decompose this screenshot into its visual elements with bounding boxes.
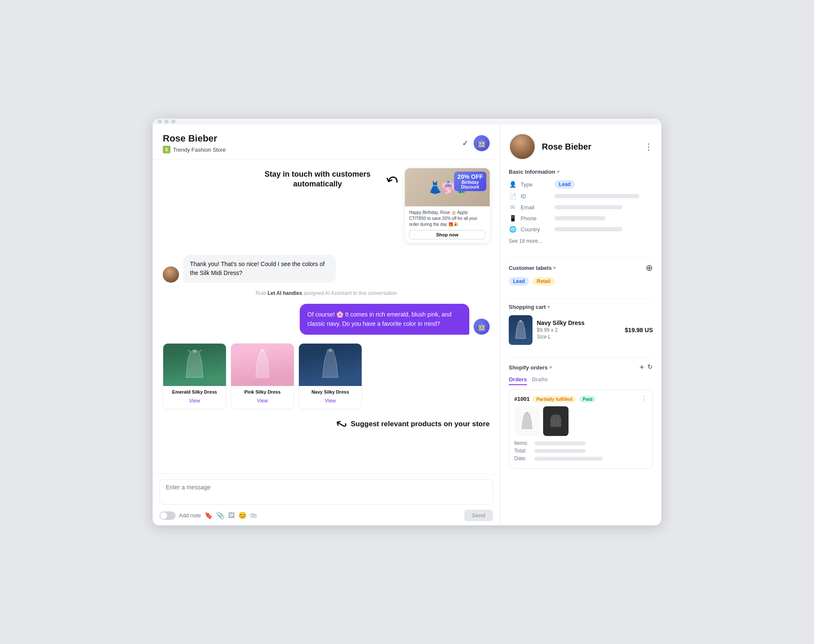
globe-icon: 🌐 bbox=[509, 226, 516, 233]
window-dot-1 bbox=[158, 119, 162, 124]
promo-card-text: Happy Birthday, Rose 🎂 Apply CTITB50 to … bbox=[409, 210, 485, 228]
add-note-toggle[interactable] bbox=[159, 511, 176, 520]
basic-info-section: Basic Information ▾ 👤 Type Lead 📄 ID ✉ E… bbox=[509, 169, 653, 244]
total-value-bar bbox=[535, 449, 585, 453]
contact-avatar bbox=[509, 133, 536, 160]
cart-title[interactable]: Shopping cart ▾ bbox=[509, 304, 653, 310]
label-retail[interactable]: Retail bbox=[532, 277, 555, 286]
cart-item-price-qty: $9.99 x 2 bbox=[537, 327, 621, 333]
dress-pink-svg bbox=[252, 348, 273, 382]
promo-badge-line2: Birthday bbox=[462, 180, 479, 185]
product-card-pink: Pink Silky Dress View bbox=[231, 343, 294, 409]
paperclip-icon[interactable]: 📎 bbox=[216, 511, 225, 519]
product-view-link-emerald[interactable]: View bbox=[167, 397, 222, 405]
product-image-emerald bbox=[163, 344, 226, 386]
orders-title[interactable]: Shopify orders ▾ bbox=[509, 364, 552, 371]
order-item-1001: #1001 Partially fulfilled Paid ⋮ bbox=[509, 389, 653, 469]
phone-label: Phone bbox=[521, 215, 550, 222]
person-icon: 👤 bbox=[509, 181, 516, 188]
order-meta-items: Items: bbox=[514, 440, 647, 446]
window-dot-2 bbox=[164, 119, 169, 124]
info-row-phone: 📱 Phone bbox=[509, 215, 653, 222]
add-order-button[interactable]: + bbox=[639, 363, 644, 372]
promo-badge-line3: Discount bbox=[461, 185, 479, 189]
ai-message-row: Of course! 🌸 It comes in rich emerald, b… bbox=[163, 304, 490, 335]
shopping-cart-section: Shopping cart ▾ Navy Silky Dress $9.99 bbox=[509, 304, 653, 345]
chat-messages: Stay in touch with customers automatical… bbox=[153, 160, 500, 474]
orders-actions: + ↻ bbox=[639, 363, 653, 372]
chat-header-actions: ✓ 🤖 bbox=[462, 135, 490, 151]
white-dress-svg bbox=[521, 412, 533, 430]
shop-now-button[interactable]: Shop now bbox=[409, 230, 485, 239]
suggest-annotation: ↩ Suggest relevant products on your stor… bbox=[163, 416, 490, 432]
product-card-navy: Navy Silky Dress View bbox=[298, 343, 362, 409]
shopify-small-icon[interactable]: 🛍 bbox=[250, 512, 257, 519]
product-image-navy bbox=[299, 344, 362, 386]
country-value-bar bbox=[555, 227, 622, 231]
items-value-bar bbox=[535, 441, 585, 445]
id-icon: 📄 bbox=[509, 193, 516, 200]
cart-item-size: Size L bbox=[537, 334, 621, 340]
chat-input-toolbar: Add note 🔖 📎 🖼 😊 🛍 Send bbox=[159, 510, 493, 521]
chat-header: Rose Bieber S Trendy Fashion Store ✓ 🤖 bbox=[153, 125, 500, 160]
items-label: Items: bbox=[514, 440, 531, 446]
bookmark-icon[interactable]: 🔖 bbox=[204, 511, 213, 519]
product-name-navy: Navy Silky Dress bbox=[303, 389, 357, 394]
orders-header: Shopify orders ▾ + ↻ bbox=[509, 363, 653, 372]
product-view-link-navy[interactable]: View bbox=[303, 397, 357, 405]
app-window: Rose Bieber S Trendy Fashion Store ✓ 🤖 bbox=[153, 119, 661, 525]
order-status-paid: Paid bbox=[579, 396, 596, 402]
product-view-link-pink[interactable]: View bbox=[235, 397, 290, 405]
message-input[interactable] bbox=[159, 479, 493, 505]
promo-card-image: 👗👘🥻 20% OFF Birthday Discount bbox=[405, 168, 490, 206]
order-more-button[interactable]: ⋮ bbox=[641, 395, 647, 403]
labels-header: Customer labels ▾ ⊕ bbox=[509, 263, 653, 273]
send-button[interactable]: Send bbox=[464, 510, 493, 521]
orders-title-text: Shopify orders bbox=[509, 364, 548, 371]
product-card-body-emerald: Emerald Silky Dress View bbox=[163, 386, 226, 409]
promo-card-body: Happy Birthday, Rose 🎂 Apply CTITB50 to … bbox=[405, 206, 490, 243]
emoji-icon[interactable]: 😊 bbox=[238, 511, 247, 519]
tab-orders[interactable]: Orders bbox=[509, 376, 527, 385]
dress-green-svg bbox=[184, 348, 205, 382]
more-menu-button[interactable]: ⋮ bbox=[644, 142, 653, 152]
phone-value-bar bbox=[555, 216, 605, 220]
basic-info-chevron: ▾ bbox=[557, 169, 560, 175]
see-more-link[interactable]: See 18 more... bbox=[509, 238, 542, 244]
id-value-bar bbox=[555, 194, 639, 198]
label-lead[interactable]: Lead bbox=[509, 277, 529, 286]
svg-point-5 bbox=[519, 320, 522, 322]
orders-chevron: ▾ bbox=[549, 365, 552, 370]
tab-drafts[interactable]: Drafts bbox=[532, 376, 548, 385]
order-number: #1001 bbox=[514, 396, 530, 402]
order-image-white-dress bbox=[514, 406, 540, 436]
info-row-email: ✉ Email bbox=[509, 204, 653, 211]
basic-info-title-text: Basic Information bbox=[509, 169, 555, 175]
country-label: Country bbox=[521, 226, 550, 233]
contact-avatar-image bbox=[510, 134, 535, 159]
promo-badge: 20% OFF Birthday Discount bbox=[454, 172, 486, 191]
cart-title-text: Shopping cart bbox=[509, 304, 546, 310]
annotation-arrow-1: ↷ bbox=[383, 171, 401, 192]
main-area: Rose Bieber S Trendy Fashion Store ✓ 🤖 bbox=[153, 125, 661, 525]
cart-qty-val: 2 bbox=[555, 327, 558, 333]
labels-title-text: Customer labels bbox=[509, 265, 552, 271]
date-label: Date: bbox=[514, 455, 531, 461]
chat-header-left: Rose Bieber S Trendy Fashion Store bbox=[163, 133, 226, 153]
orders-section: Shopify orders ▾ + ↻ Orders Drafts #1001 bbox=[509, 363, 653, 469]
bot-avatar-header[interactable]: 🤖 bbox=[474, 135, 490, 151]
add-label-button[interactable]: ⊕ bbox=[646, 263, 653, 273]
annotation-stay-in-touch: Stay in touch with customers automatical… bbox=[250, 169, 385, 189]
image-icon[interactable]: 🖼 bbox=[228, 512, 235, 519]
type-label: Type bbox=[521, 181, 550, 188]
check-icon[interactable]: ✓ bbox=[462, 139, 468, 148]
dress-navy-bg bbox=[299, 344, 362, 386]
cart-item-details: Navy Silky Dress $9.99 x 2 Size L bbox=[537, 319, 621, 341]
divider-2 bbox=[509, 298, 653, 299]
refresh-orders-button[interactable]: ↻ bbox=[647, 363, 653, 372]
basic-info-title[interactable]: Basic Information ▾ bbox=[509, 169, 653, 175]
dress-navy-svg bbox=[320, 348, 341, 382]
id-label: ID bbox=[521, 193, 550, 200]
stay-in-touch-annotation: Stay in touch with customers automatical… bbox=[250, 168, 398, 190]
labels-title[interactable]: Customer labels ▾ bbox=[509, 265, 556, 271]
